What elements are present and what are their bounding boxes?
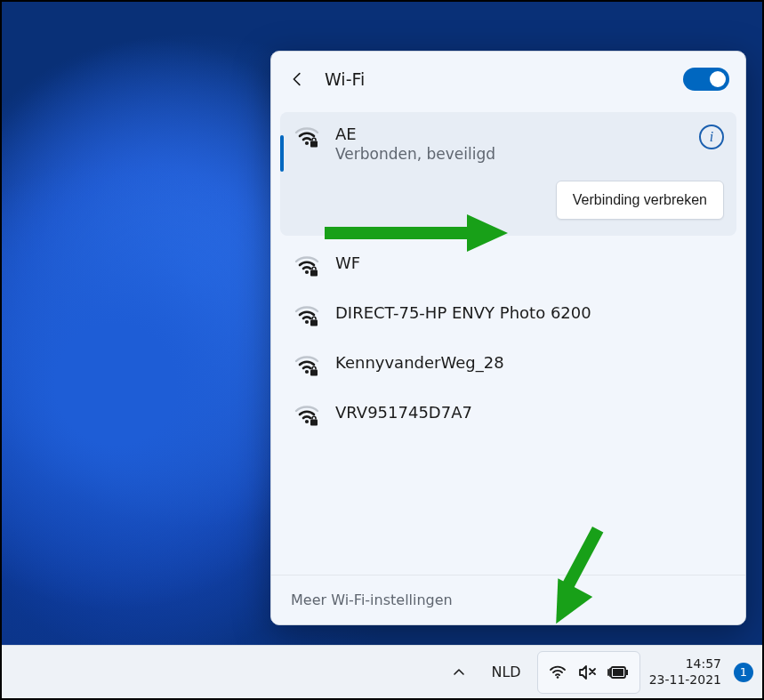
wifi-network-item[interactable]: DIRECT-75-HP ENVY Photo 6200 [271, 291, 745, 341]
wifi-secured-icon [294, 353, 319, 378]
tray-overflow-button[interactable] [443, 651, 475, 694]
wifi-network-item[interactable]: KennyvanderWeg_28 [271, 341, 745, 390]
wifi-panel-header: Wi-Fi [271, 52, 745, 107]
svg-rect-13 [613, 669, 623, 676]
wifi-network-name: DIRECT-75-HP ENVY Photo 6200 [335, 303, 591, 322]
taskbar-clock[interactable]: 14:57 23-11-2021 [646, 656, 725, 688]
wifi-secured-icon [294, 303, 319, 328]
wifi-secured-icon [294, 125, 319, 149]
wifi-tray-icon [549, 664, 567, 681]
svg-rect-12 [626, 670, 628, 675]
info-icon[interactable]: i [699, 125, 724, 149]
wifi-panel: Wi-Fi AE Verbonden, bev [270, 51, 746, 625]
back-button[interactable] [287, 68, 309, 90]
wifi-network-list: AE Verbonden, beveiligd i Verbinding ver… [271, 107, 745, 575]
taskbar-date: 23-11-2021 [649, 672, 721, 688]
notification-badge[interactable]: 1 [734, 663, 753, 682]
systray-quick-settings[interactable] [537, 651, 640, 694]
svg-rect-1 [310, 141, 318, 148]
wifi-toggle[interactable] [683, 68, 729, 91]
svg-rect-9 [310, 420, 318, 426]
svg-point-8 [305, 420, 309, 423]
svg-rect-7 [310, 370, 318, 376]
wifi-network-item[interactable]: WF [271, 241, 745, 291]
wifi-network-status: Verbonden, beveiligd [335, 145, 683, 163]
svg-point-10 [556, 676, 559, 679]
taskbar-time: 14:57 [649, 656, 721, 672]
wifi-secured-icon [294, 403, 319, 428]
more-wifi-settings-link[interactable]: Meer Wi-Fi-instellingen [271, 575, 745, 624]
svg-point-0 [305, 141, 309, 145]
svg-point-2 [305, 270, 309, 274]
wifi-network-name: AE [335, 125, 683, 143]
wifi-network-info: AE Verbonden, beveiligd [335, 125, 683, 163]
wifi-network-item[interactable]: VRV951745D7A7 [271, 390, 745, 440]
wifi-panel-title: Wi-Fi [325, 69, 667, 89]
volume-muted-icon [577, 664, 597, 681]
language-indicator[interactable]: NLD [480, 651, 531, 694]
svg-point-6 [305, 370, 309, 374]
wifi-network-name: VRV951745D7A7 [335, 403, 472, 422]
wifi-network-name: KennyvanderWeg_28 [335, 353, 504, 372]
battery-charging-icon [607, 665, 629, 680]
wifi-network-item[interactable]: AE Verbonden, beveiligd i Verbinding ver… [280, 112, 736, 236]
svg-rect-5 [310, 320, 318, 326]
taskbar: NLD 14:57 23-11-2021 [2, 645, 762, 698]
wifi-network-name: WF [335, 253, 360, 272]
svg-point-4 [305, 320, 309, 324]
wifi-secured-icon [294, 253, 319, 278]
svg-rect-3 [310, 270, 318, 277]
disconnect-button[interactable]: Verbinding verbreken [556, 181, 724, 220]
